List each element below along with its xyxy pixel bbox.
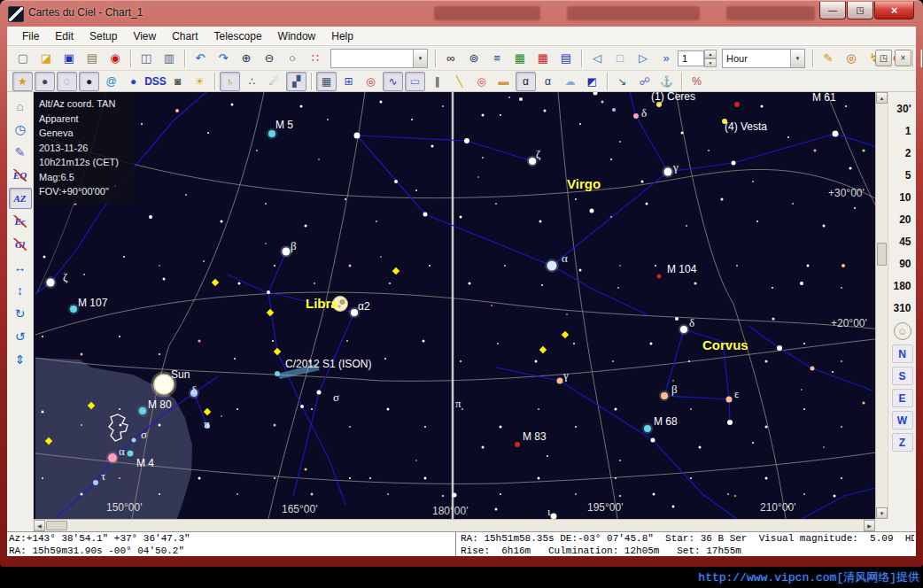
minimize-button[interactable]: — — [819, 2, 846, 19]
vertical-scroll-thumb[interactable] — [877, 243, 887, 266]
dss-background-icon[interactable]: DSS — [145, 72, 166, 91]
close-button[interactable]: × — [874, 2, 914, 19]
show-nebulae-icon[interactable]: ◌ — [57, 72, 77, 91]
mirror-horizontal-icon[interactable]: ↔ — [9, 257, 32, 278]
open-chart-icon[interactable]: ◪ — [35, 48, 57, 69]
show-planets-icon[interactable]: ♄ — [220, 72, 240, 91]
edit-labels-icon[interactable]: α — [538, 72, 558, 91]
show-comets-icon[interactable]: ☄ — [264, 72, 284, 91]
chevron-down-icon[interactable]: ▼ — [413, 50, 427, 67]
copy-chart-icon[interactable]: ◫ — [136, 48, 157, 69]
fov-button-1[interactable]: 1 — [890, 120, 915, 142]
scroll-right-icon[interactable]: ▶ — [864, 520, 875, 531]
sky-brightness-icon[interactable]: ☀ — [190, 72, 210, 91]
show-spiral-galaxies-icon[interactable]: @ — [101, 72, 121, 91]
advanced-search-icon[interactable]: ⊚ — [463, 48, 485, 69]
fov-button-310[interactable]: 310 — [890, 297, 915, 319]
constellation-boundaries-icon[interactable]: ▭ — [405, 72, 425, 91]
object-search-combo[interactable]: ▼ — [330, 49, 428, 68]
time-step-input[interactable] — [678, 50, 704, 66]
telescope-center-icon[interactable]: ◎ — [841, 48, 862, 69]
fov-button-30min[interactable]: 30' — [890, 97, 915, 120]
fov-button-10[interactable]: 10 — [890, 186, 915, 208]
redo-icon[interactable]: ↷ — [213, 48, 234, 69]
constellation-figures-icon[interactable]: ∿ — [383, 72, 403, 91]
telescope-mark-icon[interactable]: ✎ — [818, 48, 839, 69]
lock-chart-icon[interactable]: ⚓ — [656, 72, 677, 91]
print-icon[interactable]: ▤ — [81, 48, 103, 69]
full-sky-icon[interactable]: ☺ — [894, 322, 911, 340]
legend-icon[interactable]: ▤ — [555, 48, 577, 69]
step-forward-icon[interactable]: ▷ — [632, 48, 654, 69]
chart-close-button[interactable]: × — [895, 50, 911, 66]
direction-button-s[interactable]: S — [892, 367, 913, 385]
compass-rose-icon[interactable]: ◎ — [361, 72, 381, 91]
zoom-out-icon[interactable]: ⊖ — [259, 48, 280, 69]
fov-button-2[interactable]: 2 — [890, 142, 915, 164]
zoom-in-icon[interactable]: ⊕ — [236, 48, 257, 69]
direction-button-z[interactable]: Z — [892, 433, 913, 452]
fov-button-5[interactable]: 5 — [890, 164, 915, 186]
save-chart-icon[interactable]: ▣ — [58, 48, 80, 69]
detach-chart-icon[interactable]: ↘ — [612, 72, 632, 91]
zoom-window-icon[interactable]: ○ — [282, 48, 303, 69]
rotate-clockwise-icon[interactable]: ↻ — [9, 303, 32, 324]
new-chart-icon[interactable]: ▢ — [12, 48, 34, 69]
grid-altaz-icon[interactable]: ▦ — [316, 72, 337, 91]
maximize-button[interactable]: ◳ — [847, 2, 873, 19]
sky-chart[interactable]: VirgoLibraCorvusM 5(1) CeresM 61(4) Vest… — [34, 92, 875, 519]
fov-button-45[interactable]: 45 — [890, 230, 915, 252]
animate-icon[interactable]: » — [655, 48, 677, 69]
title-bar[interactable]: Cartes du Ciel - Chart_1 — ◳ × — [0, 0, 923, 27]
ephemerides-calendar-icon[interactable]: ▦ — [532, 48, 554, 69]
show-asteroids-icon[interactable]: ∴ — [242, 72, 262, 91]
calendar-icon[interactable]: ▦ — [509, 48, 531, 69]
vertical-scrollbar[interactable]: ▲ ▼ — [875, 92, 888, 519]
scroll-up-icon[interactable]: ▲ — [876, 92, 888, 104]
rotate-counterclockwise-icon[interactable]: ↺ — [9, 326, 32, 347]
window-layout-icon[interactable]: ▥ — [159, 48, 180, 69]
show-single-object-icon[interactable]: ● — [123, 72, 143, 91]
horizontal-scrollbar[interactable]: ◀ ▶ — [34, 519, 875, 531]
undo-icon[interactable]: ↶ — [190, 48, 211, 69]
time-unit-select[interactable]: Hour ▼ — [722, 49, 805, 68]
show-lines-icon[interactable]: ∥ — [427, 72, 447, 91]
coord-equatorial-button[interactable]: EQ — [9, 165, 32, 186]
grid-equatorial-icon[interactable]: ⊞ — [338, 72, 359, 91]
link-charts-icon[interactable]: ☍ — [634, 72, 655, 91]
measure-distance-icon[interactable]: ▬ — [493, 72, 514, 91]
time-step-spinner[interactable]: ▲ ▼ — [704, 50, 717, 67]
finder-circles-icon[interactable]: ◎ — [471, 72, 492, 91]
menu-setup[interactable]: Setup — [81, 28, 125, 44]
show-galaxies-icon[interactable]: ● — [35, 72, 55, 91]
scroll-down-icon[interactable]: ▼ — [876, 507, 888, 519]
horizontal-scroll-thumb[interactable] — [46, 521, 67, 530]
step-back-icon[interactable]: ◁ — [586, 48, 608, 69]
direction-button-w[interactable]: W — [892, 411, 913, 429]
spinner-up-icon[interactable]: ▲ — [704, 50, 717, 58]
menu-file[interactable]: File — [14, 28, 47, 44]
stop-animation-icon[interactable]: □ — [609, 48, 631, 69]
fov-button-90[interactable]: 90 — [890, 252, 915, 275]
scroll-left-icon[interactable]: ◀ — [34, 520, 45, 531]
chart-config-icon[interactable]: ✎ — [9, 142, 32, 163]
chart-restore-button[interactable]: ◳ — [875, 50, 892, 66]
observatory-location-icon[interactable]: ◉ — [105, 48, 126, 69]
search-binoculars-icon[interactable]: ∞ — [440, 48, 462, 69]
coord-galactic-button[interactable]: Gl — [9, 234, 32, 255]
show-stars-icon[interactable]: ★ — [12, 72, 33, 91]
object-list-icon[interactable]: ≡ — [486, 48, 508, 69]
coord-ecliptic-button[interactable]: Ec — [9, 211, 32, 232]
direction-button-e[interactable]: E — [892, 389, 913, 407]
menu-help[interactable]: Help — [323, 28, 361, 44]
proportional-size-icon[interactable]: % — [686, 72, 707, 91]
direction-button-n[interactable]: N — [892, 344, 913, 363]
date-time-icon[interactable]: ◷ — [9, 119, 32, 140]
chevron-down-icon[interactable]: ▼ — [790, 50, 804, 67]
sky-chart-canvas[interactable]: VirgoLibraCorvusM 5(1) CeresM 61(4) Vest… — [34, 92, 875, 519]
menu-window[interactable]: Window — [270, 28, 324, 44]
fov-button-180[interactable]: 180 — [890, 275, 915, 297]
milky-way-icon[interactable]: ▞ — [286, 72, 306, 91]
menu-chart[interactable]: Chart — [164, 28, 206, 44]
spinner-down-icon[interactable]: ▼ — [704, 58, 717, 67]
